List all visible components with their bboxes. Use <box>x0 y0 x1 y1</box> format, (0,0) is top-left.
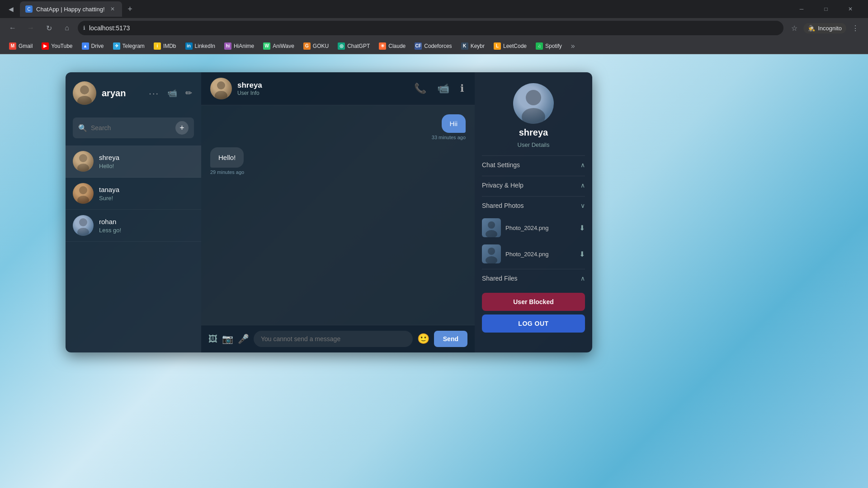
audio-call-btn[interactable]: 📞 <box>412 81 428 96</box>
svg-point-14 <box>488 248 495 255</box>
app-container: aryan ··· 📹 ✏ 🔍 + shreya He <box>66 72 592 352</box>
bookmark-label-claude: Claude <box>388 43 406 49</box>
right-panel: shreya User Details Chat Settings ∧ Priv… <box>475 72 592 352</box>
contact-name-tanaya: tanaya <box>99 186 194 193</box>
download-btn-2[interactable]: ⬇ <box>579 250 585 258</box>
bookmark-spotify[interactable]: ♫ Spotify <box>532 41 566 52</box>
contact-item-shreya[interactable]: shreya Hello! <box>66 145 201 178</box>
shared-photos-chevron: ∨ <box>580 202 585 209</box>
bookmark-goku[interactable]: G GOKU <box>300 41 332 52</box>
bookmark-drive[interactable]: ▲ Drive <box>78 41 108 52</box>
minimize-btn[interactable]: ─ <box>791 2 812 16</box>
info-btn[interactable]: ℹ <box>458 81 466 96</box>
camera-btn[interactable]: 📷 <box>222 333 233 344</box>
bookmark-codeforces[interactable]: CF Codeforces <box>411 41 455 52</box>
video-call-btn[interactable]: 📹 <box>165 86 179 100</box>
svg-point-0 <box>80 85 89 94</box>
bookmark-aniwave[interactable]: W AniWave <box>259 41 298 52</box>
chat-settings-section: Chat Settings ∧ <box>475 155 592 174</box>
contact-list: shreya Hello! tanaya Sure! <box>66 145 201 352</box>
shared-photos-toggle[interactable]: Shared Photos ∨ <box>482 196 585 215</box>
svg-point-4 <box>79 186 87 194</box>
add-contact-btn[interactable]: + <box>175 121 189 135</box>
bookmark-star-btn[interactable]: ☆ <box>787 21 802 35</box>
svg-point-6 <box>79 218 87 226</box>
shared-files-section: Shared Files ∧ <box>475 269 592 287</box>
svg-point-9 <box>215 91 227 99</box>
bookmark-linkedin[interactable]: in LinkedIn <box>182 41 219 52</box>
bookmark-label-drive: Drive <box>91 43 104 49</box>
svg-point-15 <box>486 256 497 263</box>
bookmark-label-keybr: Keybr <box>471 43 485 49</box>
bookmark-claude[interactable]: ✳ Claude <box>375 41 409 52</box>
new-tab-btn[interactable]: + <box>124 3 137 15</box>
chat-settings-toggle[interactable]: Chat Settings ∧ <box>482 155 585 174</box>
nav-actions: ☆ 🕵 Incognito ⋮ <box>787 21 863 35</box>
message-input[interactable] <box>254 331 413 347</box>
reload-btn[interactable]: ↻ <box>42 21 56 35</box>
video-call-chat-btn[interactable]: 📹 <box>435 81 451 96</box>
search-input[interactable] <box>91 124 170 131</box>
more-menu-btn[interactable]: ⋮ <box>848 21 863 35</box>
bookmark-label-imdb: IMDb <box>163 43 176 49</box>
message-time-sent: 33 minutes ago <box>432 135 466 140</box>
contact-preview-shreya: Hello! <box>99 163 194 169</box>
attach-image-btn[interactable]: 🖼 <box>208 334 217 344</box>
chat-settings-chevron: ∧ <box>580 161 585 169</box>
svg-point-5 <box>77 196 89 204</box>
privacy-help-toggle[interactable]: Privacy & Help ∧ <box>482 176 585 194</box>
bookmark-label-telegram: Telegram <box>123 43 145 49</box>
current-user-avatar <box>73 81 96 105</box>
bookmark-gmail[interactable]: M Gmail <box>5 41 36 52</box>
home-btn[interactable]: ⌂ <box>60 21 74 35</box>
chat-header: shreya User Info 📞 📹 ℹ <box>201 72 475 105</box>
contact-preview-rohan: Less go! <box>99 227 194 234</box>
contact-info-rohan: rohan Less go! <box>99 218 194 234</box>
maximize-btn[interactable]: □ <box>816 2 836 16</box>
bookmark-telegram[interactable]: ✈ Telegram <box>109 41 148 52</box>
file-thumb-1 <box>482 218 501 237</box>
chat-area: shreya User Info 📞 📹 ℹ Hii 33 minutes ag… <box>201 72 475 352</box>
block-user-btn[interactable]: User Blocked <box>482 293 585 311</box>
chat-contact-name: shreya <box>237 81 407 90</box>
shared-file-2: Photo_2024.png ⬇ <box>482 241 585 267</box>
contact-avatar-rohan <box>73 215 94 236</box>
contact-preview-tanaya: Sure! <box>99 195 194 202</box>
bookmark-label-leetcode: LeetCode <box>503 43 527 49</box>
bookmark-keybr[interactable]: K Keybr <box>458 41 488 52</box>
active-tab[interactable]: C ChatApp | Happy chatting! ✕ <box>20 1 122 17</box>
contact-info-shreya: shreya Hello! <box>99 154 194 169</box>
chat-header-actions: 📞 📹 ℹ <box>412 81 466 96</box>
more-options-btn[interactable]: ··· <box>147 86 161 100</box>
contact-item-tanaya[interactable]: tanaya Sure! <box>66 178 201 210</box>
bookmark-leetcode[interactable]: L LeetCode <box>490 41 530 52</box>
new-chat-btn[interactable]: ✏ <box>184 86 194 100</box>
current-user-name: aryan <box>102 88 142 99</box>
bookmark-youtube[interactable]: ▶ YouTube <box>38 41 76 52</box>
emoji-btn[interactable]: 🙂 <box>417 333 429 345</box>
shared-files-toggle[interactable]: Shared Files ∧ <box>482 269 585 287</box>
tab-favicon: C <box>25 5 33 13</box>
chat-header-avatar <box>210 78 232 99</box>
close-btn[interactable]: ✕ <box>840 2 861 16</box>
bookmark-chatgpt[interactable]: ◎ ChatGPT <box>334 41 373 52</box>
bookmarks-more-btn[interactable]: » <box>567 40 579 52</box>
bookmark-label-hianime: HiAnime <box>234 43 254 49</box>
message-bubble-sent: Hii <box>442 114 466 133</box>
tab-close-btn[interactable]: ✕ <box>108 5 117 13</box>
sidebar-header: aryan ··· 📹 ✏ <box>66 72 201 114</box>
contact-item-rohan[interactable]: rohan Less go! <box>66 210 201 242</box>
microphone-btn[interactable]: 🎤 <box>238 333 249 344</box>
bookmark-hianime[interactable]: hi HiAnime <box>221 41 258 52</box>
send-btn[interactable]: Send <box>434 331 467 347</box>
download-btn-1[interactable]: ⬇ <box>579 224 585 232</box>
svg-point-11 <box>522 108 545 124</box>
shared-photos-section: Shared Photos ∨ Photo_2024.png ⬇ <box>475 196 592 267</box>
bookmark-imdb[interactable]: i IMDb <box>150 41 180 52</box>
logout-btn[interactable]: LOG OUT <box>482 314 585 333</box>
back-btn[interactable]: ← <box>5 21 20 35</box>
forward-btn[interactable]: → <box>24 21 38 35</box>
tab-back-btn[interactable]: ◀ <box>4 2 18 16</box>
bookmark-label-goku: GOKU <box>313 43 329 49</box>
address-bar[interactable]: ℹ localhost:5173 <box>78 21 783 35</box>
